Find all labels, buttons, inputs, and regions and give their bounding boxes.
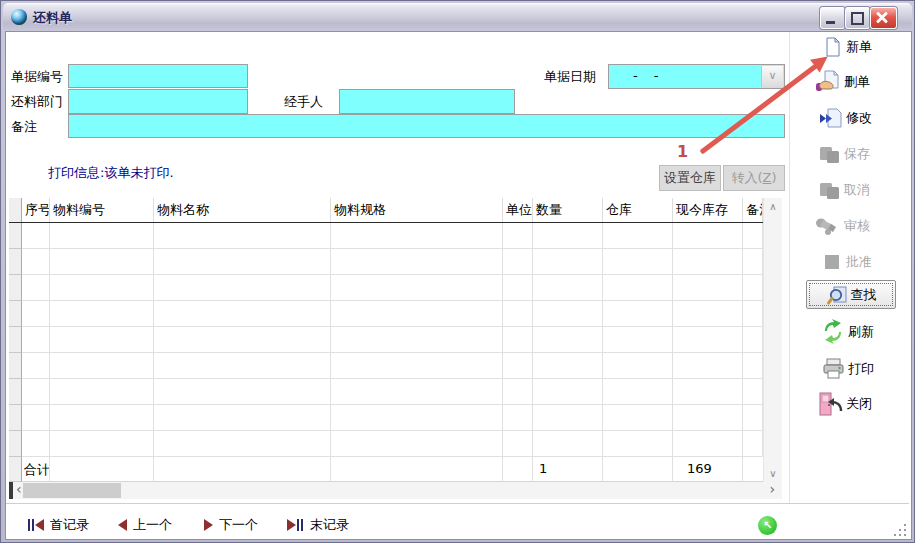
print-info-text: 打印信息:该单未打印. xyxy=(48,164,174,182)
approve-icon xyxy=(823,252,843,272)
row-indicator-header xyxy=(9,198,22,222)
remark-label: 备注 xyxy=(11,118,37,136)
refresh-icon xyxy=(821,319,845,345)
next-record-icon xyxy=(204,519,213,531)
cancel-icon xyxy=(819,180,841,201)
scrollbar-thumb[interactable] xyxy=(23,483,121,498)
sidebar-close-button[interactable]: 关闭 xyxy=(818,391,912,417)
table-row xyxy=(9,431,763,457)
sidebar-cancel-button: 取消 xyxy=(819,177,913,203)
statusbar-separator xyxy=(6,503,909,507)
col-header-warehouse[interactable]: 仓库 xyxy=(603,198,673,222)
table-row xyxy=(9,379,763,405)
annotation-step-number: 1 xyxy=(677,142,688,161)
titlebar[interactable]: 还料单 xyxy=(3,3,912,30)
handler-input[interactable] xyxy=(339,89,515,114)
doc-no-label: 单据编号 xyxy=(11,68,63,86)
minimize-button[interactable] xyxy=(820,7,845,29)
doc-date-label: 单据日期 xyxy=(544,68,596,86)
doc-date-combo[interactable]: - - ∨ xyxy=(608,64,785,89)
scroll-left-icon[interactable]: ‹ xyxy=(16,482,22,497)
col-header-unit[interactable]: 单位 xyxy=(503,198,533,222)
doc-date-value: - - xyxy=(633,68,665,83)
find-icon xyxy=(826,284,848,306)
globe-icon xyxy=(11,9,27,25)
handler-label: 经手人 xyxy=(284,93,323,111)
horizontal-scrollbar[interactable]: ‹ › xyxy=(9,482,782,499)
nav-prev-record[interactable]: 上一个 xyxy=(118,515,172,535)
close-button[interactable] xyxy=(870,7,897,29)
audit-icon xyxy=(815,215,841,237)
scroll-down-icon[interactable]: ∨ xyxy=(764,465,782,482)
doc-no-input[interactable] xyxy=(68,64,248,88)
panel-separator xyxy=(789,32,790,503)
table-row xyxy=(9,405,763,431)
modify-icon xyxy=(819,108,843,129)
sync-status-icon: ↖ xyxy=(758,516,777,535)
nav-first-record[interactable]: 首记录 xyxy=(27,515,89,535)
maximize-icon xyxy=(851,12,864,25)
prev-record-icon xyxy=(118,519,127,531)
col-header-material-name[interactable]: 物料名称 xyxy=(154,198,331,222)
col-header-material-spec[interactable]: 物料规格 xyxy=(331,198,503,222)
grid-total-row: 合计 1 169 xyxy=(9,457,763,482)
table-row xyxy=(9,275,763,301)
col-header-quantity[interactable]: 数量 xyxy=(533,198,603,222)
sidebar-audit-button: 审核 xyxy=(815,213,909,239)
total-quantity: 1 xyxy=(533,457,603,482)
sidebar-find-button[interactable]: 查找 xyxy=(806,280,896,309)
col-header-remark[interactable]: 备注 xyxy=(743,198,763,222)
first-record-icon xyxy=(27,519,44,531)
sidebar-delete-button[interactable]: 删单 xyxy=(815,69,909,95)
col-header-seq[interactable]: 序号 xyxy=(22,198,50,222)
table-row xyxy=(9,223,763,249)
sidebar-refresh-button[interactable]: 刷新 xyxy=(821,319,915,345)
grid-header-row: 序号 物料编号 物料名称 物料规格 单位 数量 仓库 现今库存 备注 xyxy=(9,198,763,223)
col-header-material-no[interactable]: 物料编号 xyxy=(50,198,154,222)
delete-doc-icon xyxy=(815,70,841,94)
sidebar-print-button[interactable]: 打印 xyxy=(822,356,915,382)
sidebar-save-button: 保存 xyxy=(819,141,913,167)
last-record-icon xyxy=(287,519,304,531)
scroll-size-box xyxy=(9,482,13,499)
table-row xyxy=(9,327,763,353)
total-current-stock: 169 xyxy=(673,457,743,482)
table-row xyxy=(9,353,763,379)
grid-body xyxy=(9,223,763,457)
total-label: 合计 xyxy=(22,457,50,482)
nav-next-record[interactable]: 下一个 xyxy=(204,515,258,535)
nav-last-record[interactable]: 末记录 xyxy=(287,515,349,535)
transfer-button: 转入(Z) xyxy=(723,165,785,191)
col-header-current-stock[interactable]: 现今库存 xyxy=(673,198,743,222)
save-icon xyxy=(819,144,841,165)
scroll-right-icon[interactable]: › xyxy=(769,482,775,497)
remark-input[interactable] xyxy=(68,114,785,138)
sidebar-new-button[interactable]: 新单 xyxy=(823,34,915,60)
close-door-icon xyxy=(818,391,843,417)
print-icon xyxy=(822,358,845,380)
dept-label: 还料部门 xyxy=(11,93,63,111)
maximize-button[interactable] xyxy=(845,7,870,29)
minimize-icon xyxy=(826,21,835,24)
chevron-down-icon[interactable]: ∨ xyxy=(761,66,783,87)
window-title: 还料单 xyxy=(33,9,72,27)
resize-grip[interactable] xyxy=(904,534,906,536)
table-row xyxy=(9,249,763,275)
set-warehouse-button[interactable]: 设置仓库 xyxy=(659,165,721,191)
scroll-up-icon[interactable]: ∧ xyxy=(764,198,782,215)
table-row xyxy=(9,301,763,327)
sidebar-modify-button[interactable]: 修改 xyxy=(819,105,913,131)
sidebar-approve-button: 批准 xyxy=(823,249,915,275)
vertical-scrollbar[interactable]: ∧ ∨ xyxy=(763,198,782,482)
dept-input[interactable] xyxy=(68,89,248,114)
app-window: 还料单 单据编号 单据日期 - - ∨ 还料部门 经手人 备注 打印信息:该单未… xyxy=(0,0,915,543)
new-doc-icon xyxy=(823,37,843,57)
